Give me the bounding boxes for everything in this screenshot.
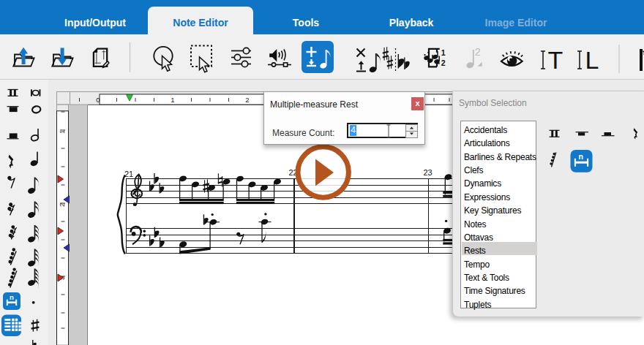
svg-text:n: n: [10, 293, 14, 301]
svg-text:T: T: [548, 46, 564, 74]
svg-text:21: 21: [124, 170, 133, 178]
svg-text:23: 23: [424, 168, 433, 177]
svg-text:1: 1: [441, 48, 446, 57]
svg-text:1: 1: [58, 130, 66, 134]
svg-text:2: 2: [58, 203, 66, 207]
svg-text:2: 2: [245, 96, 249, 104]
svg-text:2: 2: [441, 58, 446, 67]
svg-text:2: 2: [475, 46, 481, 58]
svg-text:0: 0: [96, 96, 100, 104]
svg-text:n: n: [579, 152, 583, 161]
svg-text:L: L: [585, 46, 599, 74]
svg-text:1: 1: [171, 96, 174, 104]
